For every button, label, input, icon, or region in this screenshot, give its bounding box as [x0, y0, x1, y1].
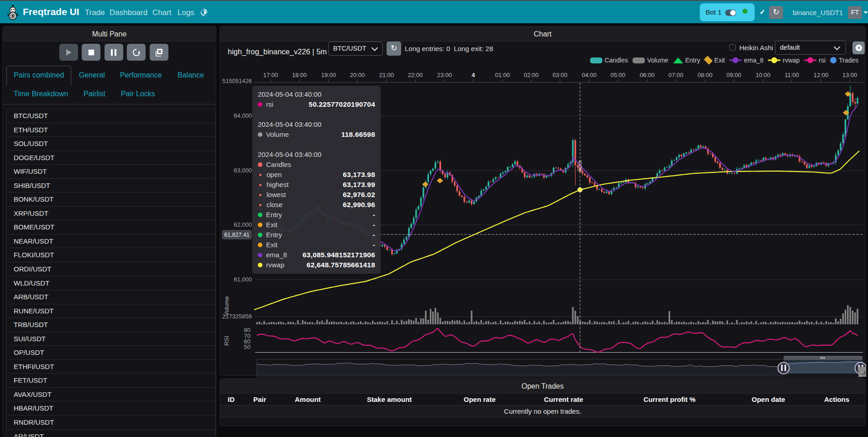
- svg-text:01:00: 01:00: [495, 72, 510, 78]
- svg-text:61,827.41: 61,827.41: [224, 232, 250, 238]
- svg-text:22:00: 22:00: [408, 72, 423, 78]
- svg-text:18:00: 18:00: [292, 72, 307, 78]
- svg-text:12:00: 12:00: [814, 72, 829, 78]
- svg-text:63,000: 63,000: [234, 167, 252, 174]
- svg-text:03:00: 03:00: [553, 72, 568, 78]
- svg-text:23:00: 23:00: [437, 72, 452, 78]
- svg-text:09:00: 09:00: [727, 72, 742, 78]
- svg-text:02:00: 02:00: [524, 72, 539, 78]
- svg-text:10:00: 10:00: [756, 72, 771, 78]
- svg-text:62,000: 62,000: [234, 221, 252, 228]
- svg-text:61,000: 61,000: [234, 276, 252, 283]
- svg-text:04:00: 04:00: [582, 72, 597, 78]
- svg-text:13:00: 13:00: [842, 72, 858, 78]
- svg-text:4: 4: [471, 72, 475, 78]
- svg-text:06:00: 06:00: [640, 72, 655, 78]
- svg-text:07:00: 07:00: [669, 72, 684, 78]
- svg-text:RSI: RSI: [223, 336, 230, 346]
- svg-text:64,000: 64,000: [234, 112, 252, 119]
- svg-text:08:00: 08:00: [698, 72, 713, 78]
- svg-text:17:00: 17:00: [263, 72, 278, 78]
- svg-text:50: 50: [244, 343, 251, 350]
- svg-text:21:00: 21:00: [379, 72, 394, 78]
- svg-text:11:00: 11:00: [784, 72, 799, 78]
- svg-text:19:00: 19:00: [321, 72, 336, 78]
- svg-text:20:00: 20:00: [350, 72, 365, 78]
- svg-text:Volume: Volume: [223, 296, 230, 316]
- svg-text:05:00: 05:00: [611, 72, 626, 78]
- svg-text:515051426: 515051426: [222, 78, 252, 84]
